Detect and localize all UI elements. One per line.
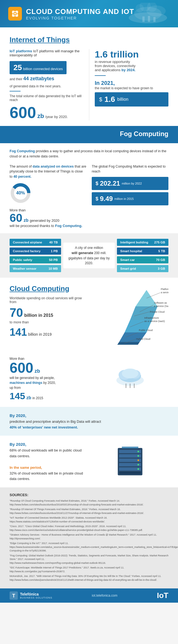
trillion-sub: in revenue opportunity from devices, con… xyxy=(95,60,168,72)
car-label: Smart car xyxy=(120,258,135,261)
svg-rect-11 xyxy=(148,16,150,22)
zb-big: 600 xyxy=(10,104,36,121)
source-2: "Roundup Of Internet Of Things Forecasts… xyxy=(10,508,168,515)
weather-label: Weather sensor xyxy=(13,267,36,270)
factory-value: 1 PB xyxy=(51,249,58,253)
divider xyxy=(10,91,21,91)
safety-value: 50 PB xyxy=(49,258,58,261)
svg-point-43 xyxy=(122,369,138,378)
data-left: Connected airplane 40 TB Connected facto… xyxy=(10,239,61,272)
workloads-year: By 2020, xyxy=(10,442,26,447)
iot-section: Internet of Things IoT platforms IoT pla… xyxy=(0,27,178,126)
iot-zeta-sub: of generated data in the next years. xyxy=(10,84,84,88)
fog-right: The global Fog Computing Market is expec… xyxy=(92,164,168,228)
building-value: 275 GB xyxy=(154,241,165,244)
cloud-right: Platform as a service (PaaS) Software as… xyxy=(92,284,168,346)
footer-logo: T Telefónica BUSINESS SOLUTIONS xyxy=(10,591,52,600)
cloud-zb-section: More than 600 zb will be generated by al… xyxy=(0,351,178,407)
svg-text:Private Cloud: Private Cloud xyxy=(150,311,165,313)
svg-text:as a service (IaaS): as a service (IaaS) xyxy=(144,320,165,323)
svg-text:40%: 40% xyxy=(16,191,25,195)
devices-box: 25 billion connected devices xyxy=(10,61,67,74)
grid-value: 3 GB xyxy=(158,267,165,270)
fog-zb-generated: generated by 2020 xyxy=(30,219,59,223)
workloads-grid: By 2020, 68% of cloud workloads will be … xyxy=(10,441,168,482)
svg-text:Software as: Software as xyxy=(154,301,167,304)
data-item-airplane: Connected airplane 40 TB xyxy=(10,239,61,246)
zb-sub: /year by 2020. xyxy=(45,115,68,119)
fog-zb-unit: zb xyxy=(24,218,28,223)
fog-header: Fog Computing xyxy=(0,126,178,143)
zb-big-left: More than 600 zb will be generated by al… xyxy=(10,354,86,401)
iot-left: IoT platforms IoT platforms will manage … xyxy=(10,49,89,120)
source-1: "Roundup Of Cloud Computing Forecasts An… xyxy=(10,499,168,507)
data-item-factory: Connected factory 1 PB xyxy=(10,248,61,255)
svg-point-6 xyxy=(17,13,18,14)
zb-desc2: machines and things by 2020, xyxy=(10,381,86,385)
zb-desc1: will be generated by all people, xyxy=(10,376,86,380)
cloud-decoration xyxy=(92,354,168,401)
cloud-zb-grid: More than 600 zb will be generated by al… xyxy=(10,354,168,401)
market1-dollar: $ xyxy=(96,181,98,186)
cloud-section: Cloud Computing Worldwide spending on cl… xyxy=(0,278,178,351)
header-text: CLOUD COMPUTING AND IOT EVOLVING TOGETHE… xyxy=(26,7,134,20)
iot-volume-text: The total volume of data generated by th… xyxy=(10,94,84,102)
svg-text:Infrastructure: Infrastructure xyxy=(144,317,159,319)
grid-label: Smart grid xyxy=(120,267,136,270)
svg-point-55 xyxy=(137,464,139,465)
data-item-building: Intelligent building 275 GB xyxy=(117,239,168,246)
car-value: 70 GB xyxy=(156,258,165,261)
source-8: "IDC FutureScape: Worldwide Internet of … xyxy=(10,566,168,573)
svg-rect-10 xyxy=(142,16,145,22)
market2-label: million in 2015 xyxy=(114,197,134,200)
svg-text:Hybrid Cloud: Hybrid Cloud xyxy=(136,338,150,340)
predictive-highlight: 40% of 'enterprises' new net investment. xyxy=(10,425,78,429)
fog-intro-bold: Fog Computing xyxy=(10,149,35,153)
iot-right: 1.6 trillion in revenue opportunity from… xyxy=(89,49,168,120)
cloud-services-diagram: Platform as a service (PaaS) Software as… xyxy=(92,284,168,345)
svg-point-51 xyxy=(137,455,139,457)
data-right: Intelligent building 275 GB Smart hospit… xyxy=(117,239,168,272)
cloud-left: Cloud Computing Worldwide spending on cl… xyxy=(10,284,86,346)
factory-label: Connected factory xyxy=(13,249,41,253)
data-item-car: Smart car 70 GB xyxy=(117,256,168,263)
svg-point-57 xyxy=(137,468,139,470)
iot-platforms-text: IoT platforms IoT platforms will manage … xyxy=(10,49,84,57)
market1-value: 202.21 xyxy=(100,180,120,187)
cloud-svg xyxy=(114,367,147,389)
data-center-text1: A city of one million xyxy=(75,246,103,250)
svg-point-49 xyxy=(137,451,139,452)
workloads-text2: 32% of cloud workloads will be in privat… xyxy=(10,471,83,481)
fog-content: Fog Computing provides a way to gather a… xyxy=(0,143,178,233)
fog-analyzed-text: The amount of data analyzed on devices t… xyxy=(10,164,86,179)
building-label: Intelligent building xyxy=(120,241,148,244)
divider2 xyxy=(95,75,106,76)
zb-upfrom: up from xyxy=(10,386,86,390)
data-devices-section: Connected airplane 40 TB Connected facto… xyxy=(0,233,178,278)
sources-section: SOURCES: "Roundup Of Cloud Computing For… xyxy=(0,487,178,588)
iot-grid: IoT platforms IoT platforms will manage … xyxy=(10,49,168,120)
in2021: In 2021, xyxy=(95,80,168,86)
market2-dollar: $ xyxy=(96,196,98,202)
data-item-safety: Public safety 50 PB xyxy=(10,256,61,263)
trillion-sub1: in revenue opportunity xyxy=(95,60,130,64)
predictive-text1: predictive and prescriptive analytics in… xyxy=(10,419,101,424)
airplane-value: 40 TB xyxy=(49,241,58,244)
donut-chart: 40% xyxy=(10,182,31,204)
fog-market-text: The global Fog Computing Market is expec… xyxy=(92,164,168,174)
fog-intro: Fog Computing provides a way to gather a… xyxy=(10,149,168,159)
source-3: "IoT: Number of Connected Devices Worldw… xyxy=(10,516,168,524)
footer-iot-label: IoT xyxy=(157,591,168,600)
predictive-text: By 2020, predictive and prescriptive ana… xyxy=(10,412,168,430)
data-item-weather: Weather sensor 10 MB xyxy=(10,265,61,272)
page-title: CLOUD COMPUTING AND IOT xyxy=(26,7,134,16)
source-6: "Edge Computing is the IoT." 2017. Acces… xyxy=(10,542,168,553)
spend70-label: billion in 2015 xyxy=(24,313,53,318)
source-9: McKendrick, Joe. 2017. "With Internet of… xyxy=(10,574,168,582)
fog-zb-desc: will be proccessed thanks to Fog Computi… xyxy=(10,224,86,228)
airplane-label: Connected airplane xyxy=(13,241,42,244)
footer-logo-text: Telefónica BUSINESS SOLUTIONS xyxy=(20,592,52,599)
server-image xyxy=(92,441,168,482)
page-footer: T Telefónica BUSINESS SOLUTIONS iot.tele… xyxy=(0,588,178,603)
devices-label: billion connected devices xyxy=(23,67,63,71)
